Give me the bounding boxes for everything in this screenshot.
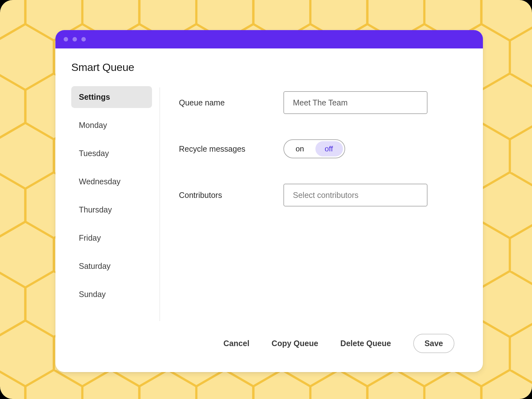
sidebar-item-label: Wednesday (79, 177, 121, 186)
sidebar: Settings Monday Tuesday Wednesday Thursd… (71, 84, 160, 327)
copy-queue-button[interactable]: Copy Queue (272, 339, 318, 348)
save-button[interactable]: Save (413, 334, 454, 353)
sidebar-item-wednesday[interactable]: Wednesday (71, 171, 152, 193)
contributors-input[interactable] (283, 184, 428, 206)
titlebar (55, 30, 483, 48)
recycle-label: Recycle messages (179, 144, 283, 154)
sidebar-item-label: Monday (79, 121, 107, 130)
sidebar-item-tuesday[interactable]: Tuesday (71, 142, 152, 164)
footer: Cancel Copy Queue Delete Queue Save (71, 327, 467, 363)
queue-name-label: Queue name (179, 98, 283, 107)
sidebar-item-saturday[interactable]: Saturday (71, 255, 152, 277)
sidebar-item-friday[interactable]: Friday (71, 227, 152, 249)
toggle-on[interactable]: on (285, 141, 314, 156)
window-control-close[interactable] (64, 37, 68, 41)
sidebar-item-label: Tuesday (79, 149, 109, 158)
rounded-background: Smart Queue Settings Monday Tuesday Wedn… (0, 0, 532, 399)
page-title: Smart Queue (71, 61, 467, 73)
sidebar-item-label: Thursday (79, 205, 112, 214)
toggle-off[interactable]: off (314, 141, 344, 156)
sidebar-item-settings[interactable]: Settings (71, 86, 152, 108)
main-panel: Queue name Recycle messages on off Contr… (160, 84, 467, 327)
delete-queue-button[interactable]: Delete Queue (340, 339, 391, 348)
recycle-toggle[interactable]: on off (283, 139, 345, 158)
content-area: Smart Queue Settings Monday Tuesday Wedn… (55, 48, 483, 372)
sidebar-item-label: Saturday (79, 262, 111, 270)
sidebar-item-label: Settings (79, 92, 110, 101)
window-control-minimize[interactable] (73, 37, 77, 41)
sidebar-item-thursday[interactable]: Thursday (71, 199, 152, 221)
cancel-button[interactable]: Cancel (224, 339, 250, 348)
queue-name-input[interactable] (283, 91, 428, 114)
sidebar-item-sunday[interactable]: Sunday (71, 283, 152, 305)
body: Settings Monday Tuesday Wednesday Thursd… (71, 84, 467, 327)
app-window: Smart Queue Settings Monday Tuesday Wedn… (55, 30, 483, 372)
sidebar-item-monday[interactable]: Monday (71, 114, 152, 136)
contributors-label: Contributors (179, 191, 283, 200)
row-contributors: Contributors (179, 184, 467, 206)
sidebar-item-label: Friday (79, 233, 101, 242)
window-control-zoom[interactable] (81, 37, 86, 41)
sidebar-item-label: Sunday (79, 290, 106, 299)
row-queue-name: Queue name (179, 91, 467, 114)
row-recycle: Recycle messages on off (179, 139, 467, 158)
